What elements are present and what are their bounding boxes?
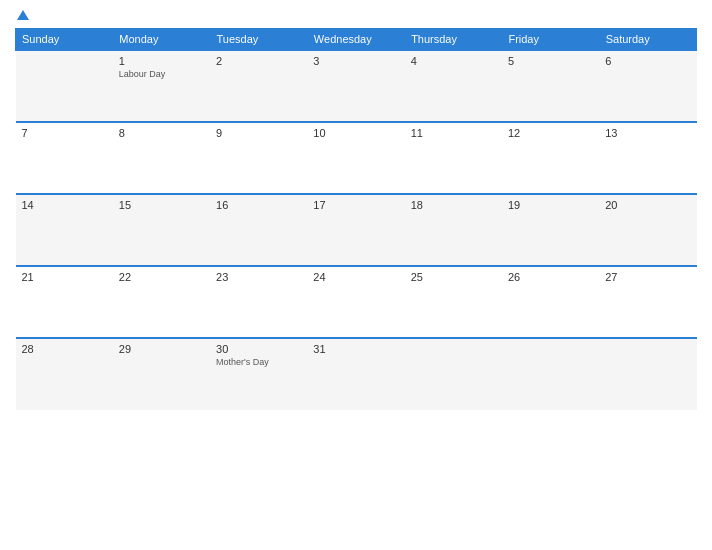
day-number: 3 — [313, 55, 398, 67]
calendar-cell — [405, 338, 502, 410]
calendar-cell — [16, 50, 113, 122]
calendar-cell: 21 — [16, 266, 113, 338]
calendar-cell: 31 — [307, 338, 404, 410]
day-number: 1 — [119, 55, 204, 67]
calendar-cell: 26 — [502, 266, 599, 338]
calendar-cell: 15 — [113, 194, 210, 266]
day-number: 31 — [313, 343, 398, 355]
calendar-cell: 9 — [210, 122, 307, 194]
calendar-cell — [502, 338, 599, 410]
calendar-cell: 5 — [502, 50, 599, 122]
calendar-cell: 2 — [210, 50, 307, 122]
calendar-cell: 19 — [502, 194, 599, 266]
day-number: 20 — [605, 199, 690, 211]
calendar-cell: 8 — [113, 122, 210, 194]
day-number: 21 — [22, 271, 107, 283]
calendar-cell: 1Labour Day — [113, 50, 210, 122]
calendar-week-row: 282930Mother's Day31 — [16, 338, 697, 410]
weekday-header-thursday: Thursday — [405, 29, 502, 51]
calendar-cell: 6 — [599, 50, 696, 122]
day-number: 12 — [508, 127, 593, 139]
calendar-week-row: 21222324252627 — [16, 266, 697, 338]
day-number: 22 — [119, 271, 204, 283]
calendar-cell: 28 — [16, 338, 113, 410]
day-number: 6 — [605, 55, 690, 67]
weekday-header-sunday: Sunday — [16, 29, 113, 51]
calendar-cell: 12 — [502, 122, 599, 194]
day-number: 18 — [411, 199, 496, 211]
calendar-cell: 30Mother's Day — [210, 338, 307, 410]
logo-triangle-icon — [17, 10, 29, 20]
day-number: 8 — [119, 127, 204, 139]
calendar-cell: 14 — [16, 194, 113, 266]
calendar-cell: 3 — [307, 50, 404, 122]
day-number: 7 — [22, 127, 107, 139]
weekday-header-saturday: Saturday — [599, 29, 696, 51]
day-number: 28 — [22, 343, 107, 355]
day-number: 2 — [216, 55, 301, 67]
calendar-cell — [599, 338, 696, 410]
weekday-header-row: SundayMondayTuesdayWednesdayThursdayFrid… — [16, 29, 697, 51]
day-number: 19 — [508, 199, 593, 211]
holiday-name: Labour Day — [119, 69, 204, 79]
calendar-cell: 4 — [405, 50, 502, 122]
calendar-cell: 16 — [210, 194, 307, 266]
weekday-header-friday: Friday — [502, 29, 599, 51]
holiday-name: Mother's Day — [216, 357, 301, 367]
day-number: 25 — [411, 271, 496, 283]
calendar-cell: 11 — [405, 122, 502, 194]
calendar-body: 1Labour Day23456789101112131415161718192… — [16, 50, 697, 410]
day-number: 13 — [605, 127, 690, 139]
day-number: 17 — [313, 199, 398, 211]
calendar-week-row: 78910111213 — [16, 122, 697, 194]
calendar-cell: 23 — [210, 266, 307, 338]
calendar-cell: 10 — [307, 122, 404, 194]
calendar-cell: 18 — [405, 194, 502, 266]
day-number: 29 — [119, 343, 204, 355]
calendar-week-row: 14151617181920 — [16, 194, 697, 266]
day-number: 26 — [508, 271, 593, 283]
day-number: 11 — [411, 127, 496, 139]
calendar-cell: 17 — [307, 194, 404, 266]
day-number: 24 — [313, 271, 398, 283]
calendar-cell: 27 — [599, 266, 696, 338]
calendar-cell: 22 — [113, 266, 210, 338]
calendar-header: SundayMondayTuesdayWednesdayThursdayFrid… — [16, 29, 697, 51]
calendar-cell: 20 — [599, 194, 696, 266]
logo — [15, 10, 29, 20]
day-number: 9 — [216, 127, 301, 139]
day-number: 10 — [313, 127, 398, 139]
calendar-cell: 29 — [113, 338, 210, 410]
header — [15, 10, 697, 20]
day-number: 23 — [216, 271, 301, 283]
day-number: 27 — [605, 271, 690, 283]
day-number: 5 — [508, 55, 593, 67]
day-number: 15 — [119, 199, 204, 211]
calendar-cell: 7 — [16, 122, 113, 194]
day-number: 4 — [411, 55, 496, 67]
day-number: 14 — [22, 199, 107, 211]
calendar-cell: 13 — [599, 122, 696, 194]
day-number: 16 — [216, 199, 301, 211]
calendar-cell: 25 — [405, 266, 502, 338]
calendar-table: SundayMondayTuesdayWednesdayThursdayFrid… — [15, 28, 697, 410]
day-number: 30 — [216, 343, 301, 355]
calendar-page: SundayMondayTuesdayWednesdayThursdayFrid… — [0, 0, 712, 550]
weekday-header-tuesday: Tuesday — [210, 29, 307, 51]
calendar-cell: 24 — [307, 266, 404, 338]
calendar-week-row: 1Labour Day23456 — [16, 50, 697, 122]
weekday-header-wednesday: Wednesday — [307, 29, 404, 51]
weekday-header-monday: Monday — [113, 29, 210, 51]
